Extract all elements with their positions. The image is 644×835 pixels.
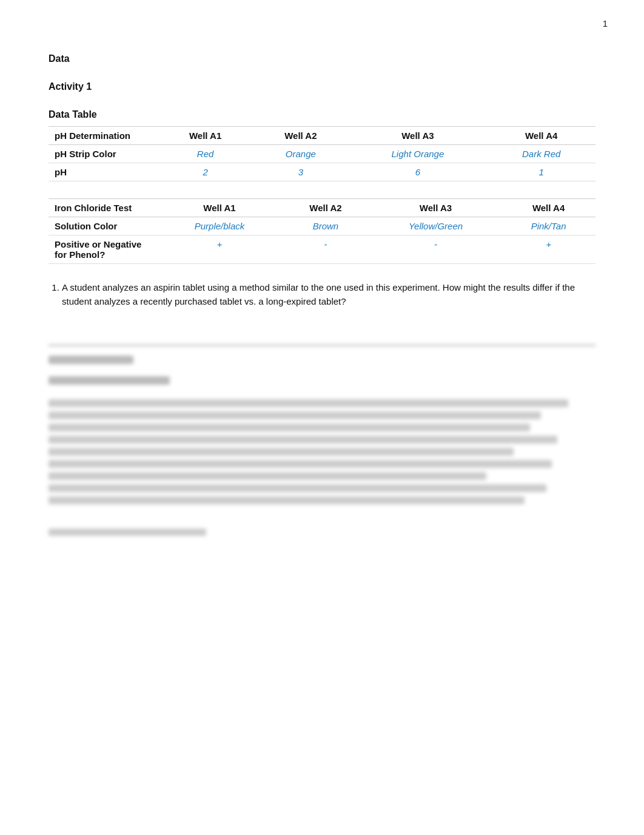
ph-col-a4: Well A4 xyxy=(487,127,595,145)
ph-strip-color-label: pH Strip Color xyxy=(49,145,158,163)
solution-color-a2: Brown xyxy=(281,217,370,235)
activity-title: Activity 1 xyxy=(49,81,595,92)
blurred-footer xyxy=(49,529,206,536)
solution-color-a1: Purple/black xyxy=(158,217,281,235)
phenol-label: Positive or Negative for Phenol? xyxy=(49,235,158,264)
solution-color-a3: Yellow/Green xyxy=(370,217,501,235)
table-row: Solution Color Purple/black Brown Yellow… xyxy=(49,217,595,235)
blurred-line-1 xyxy=(49,399,568,407)
iron-col-a3: Well A3 xyxy=(370,199,501,217)
ph-strip-a2: Orange xyxy=(253,145,348,163)
ph-table: pH Determination Well A1 Well A2 Well A3… xyxy=(49,126,595,181)
blurred-line-2 xyxy=(49,411,541,419)
blurred-line-8 xyxy=(49,484,546,492)
phenol-a4: + xyxy=(501,235,595,264)
data-table-title: Data Table xyxy=(49,109,595,120)
table-row: pH 2 3 6 1 xyxy=(49,163,595,181)
blurred-answer-section xyxy=(49,345,595,504)
ph-strip-a3: Light Orange xyxy=(349,145,488,163)
ph-col-a1: Well A1 xyxy=(158,127,253,145)
phenol-a2: - xyxy=(281,235,370,264)
page-number: 1 xyxy=(603,18,608,29)
ph-label: pH xyxy=(49,163,158,181)
ph-col-a3: Well A3 xyxy=(349,127,488,145)
ph-strip-a4: Dark Red xyxy=(487,145,595,163)
ph-table-row-header: pH Determination xyxy=(49,127,158,145)
ph-a2: 3 xyxy=(253,163,348,181)
ph-a1: 2 xyxy=(158,163,253,181)
phenol-a1: + xyxy=(158,235,281,264)
iron-chloride-table: Iron Chloride Test Well A1 Well A2 Well … xyxy=(49,198,595,264)
blurred-line-4 xyxy=(49,436,557,444)
iron-col-a2: Well A2 xyxy=(281,199,370,217)
blurred-line-9 xyxy=(49,496,525,504)
blurred-line-6 xyxy=(49,460,552,468)
solution-color-label: Solution Color xyxy=(49,217,158,235)
iron-col-a4: Well A4 xyxy=(501,199,595,217)
phenol-a3: - xyxy=(370,235,501,264)
ph-a4: 1 xyxy=(487,163,595,181)
table-row: pH Strip Color Red Orange Light Orange D… xyxy=(49,145,595,163)
ph-col-a2: Well A2 xyxy=(253,127,348,145)
table-row: Positive or Negative for Phenol? + - - + xyxy=(49,235,595,264)
blurred-line-7 xyxy=(49,472,486,480)
blurred-bar-2 xyxy=(49,376,170,385)
blurred-bar-1 xyxy=(49,356,133,364)
blurred-line-3 xyxy=(49,424,530,431)
ph-strip-a1: Red xyxy=(158,145,253,163)
iron-col-a1: Well A1 xyxy=(158,199,281,217)
ph-a3: 6 xyxy=(349,163,488,181)
questions-section: A student analyzes an aspirin tablet usi… xyxy=(49,281,595,308)
question-1: A student analyzes an aspirin tablet usi… xyxy=(62,281,595,308)
blurred-line-5 xyxy=(49,448,514,456)
main-title: Data xyxy=(49,53,595,64)
solution-color-a4: Pink/Tan xyxy=(501,217,595,235)
iron-table-row-header: Iron Chloride Test xyxy=(49,199,158,217)
